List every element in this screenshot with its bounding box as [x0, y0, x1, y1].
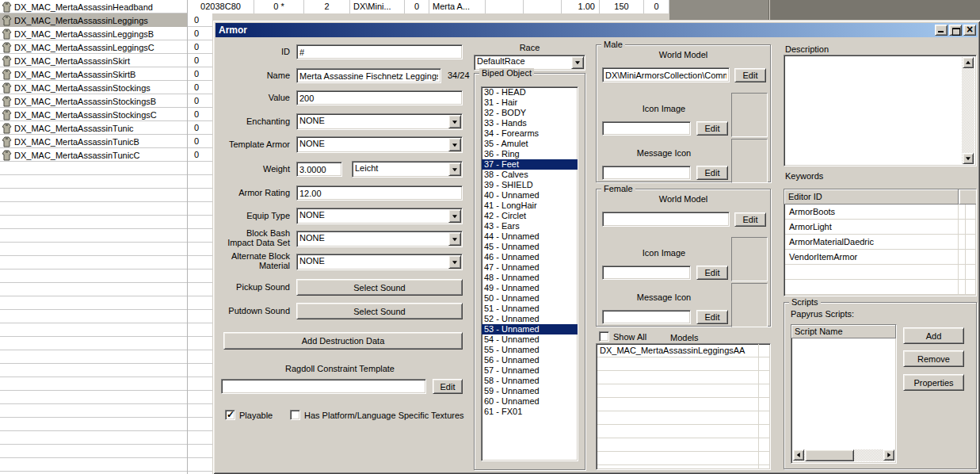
female-message-icon-edit-button[interactable]: Edit [696, 310, 728, 324]
dialog-titlebar[interactable]: Armor [215, 23, 978, 37]
object-row[interactable]: DX_MAC_MertaAssassinLeggingsC [0, 40, 187, 54]
platform-textures-checkbox[interactable]: Has Platform/Language Specific Textures [290, 410, 464, 420]
chevron-down-icon[interactable] [448, 232, 461, 246]
enchanting-combobox[interactable]: NONE [296, 113, 463, 130]
add-script-button[interactable]: Add [903, 327, 964, 344]
scrollbar-thumb[interactable] [805, 449, 854, 461]
biped-object-item[interactable]: 60 - Unnamed [482, 396, 578, 407]
biped-object-item[interactable]: 36 - Ring [482, 149, 578, 159]
chevron-down-icon[interactable] [448, 138, 461, 151]
scripts-list-header[interactable]: Script Name [791, 325, 896, 338]
female-icon-image-input[interactable] [602, 266, 691, 280]
biped-object-item[interactable]: 48 - Unnamed [482, 273, 578, 283]
biped-object-item[interactable]: 55 - Unnamed [482, 345, 578, 355]
scroll-left-icon[interactable] [793, 449, 804, 461]
keyword-item[interactable]: ArmorMaterialDaedric [784, 235, 976, 250]
table-row-values[interactable]: 02038C80 0 * 2 DX\Mini... 0 Merta A... 1… [188, 0, 669, 13]
keyword-item[interactable]: ArmorLight [784, 220, 976, 235]
biped-object-item[interactable]: 58 - Unnamed [482, 376, 578, 386]
weight-input[interactable] [296, 162, 342, 177]
biped-object-item[interactable]: 37 - Feet [482, 159, 578, 170]
chevron-down-icon[interactable] [448, 209, 461, 223]
biped-object-item[interactable]: 35 - Amulet [482, 139, 578, 149]
biped-object-item[interactable]: 44 - Unnamed [482, 231, 578, 242]
biped-object-listbox[interactable]: 30 - HEAD 31 - Hair 32 - BODY 33 - Hands… [481, 86, 578, 461]
properties-script-button[interactable]: Properties [903, 374, 964, 391]
scroll-down-icon[interactable] [963, 153, 974, 164]
scripts-horizontal-scrollbar[interactable] [793, 449, 894, 461]
equip-type-combobox[interactable]: NONE [296, 208, 463, 224]
object-row[interactable]: DX_MAC_MertaAssassinHeadband [0, 0, 187, 13]
male-icon-image-input[interactable] [602, 121, 691, 136]
object-row[interactable]: DX_MAC_MertaAssassinTunicC [0, 148, 187, 162]
object-row[interactable]: DX_MAC_MertaAssassinLeggingsB [0, 27, 187, 40]
id-input[interactable] [296, 44, 463, 59]
biped-object-item[interactable]: 50 - Unnamed [482, 293, 578, 304]
male-icon-image-edit-button[interactable]: Edit [696, 121, 728, 136]
biped-object-item[interactable]: 49 - Unnamed [482, 283, 578, 293]
biped-object-item[interactable]: 61 - FX01 [482, 407, 578, 417]
biped-object-item[interactable]: 39 - SHIELD [482, 180, 578, 190]
scripts-list[interactable]: Script Name [791, 324, 897, 464]
armor-rating-input[interactable] [296, 185, 463, 201]
biped-object-item[interactable]: 38 - Calves [482, 170, 578, 180]
biped-object-item[interactable]: 57 - Unnamed [482, 365, 578, 376]
male-world-model-input[interactable] [602, 67, 730, 82]
ragdoll-template-input[interactable] [221, 379, 426, 394]
biped-object-item[interactable]: 47 - Unnamed [482, 262, 578, 273]
description-textarea[interactable] [784, 55, 977, 166]
keyword-item[interactable]: ArmorBoots [784, 205, 976, 220]
name-input[interactable] [296, 68, 441, 83]
template-armor-combobox[interactable]: NONE [296, 136, 463, 153]
playable-checkbox[interactable]: Playable [225, 410, 273, 420]
male-message-icon-input[interactable] [602, 166, 691, 180]
biped-object-item[interactable]: 40 - Unnamed [482, 190, 578, 201]
alternate-block-combobox[interactable]: NONE [296, 254, 463, 270]
biped-object-item[interactable]: 54 - Unnamed [482, 334, 578, 345]
pickup-sound-button[interactable]: Select Sound [296, 279, 463, 296]
biped-object-item[interactable]: 42 - Circlet [482, 211, 578, 221]
object-row[interactable]: DX_MAC_MertaAssassinLeggings [0, 13, 187, 27]
models-list[interactable]: DX_MAC_MertaAssassinLeggingsAA [596, 343, 771, 470]
biped-object-item[interactable]: 53 - Unnamed [482, 324, 578, 334]
biped-object-item[interactable]: 45 - Unnamed [482, 242, 578, 252]
biped-object-item[interactable]: 56 - Unnamed [482, 355, 578, 365]
biped-object-item[interactable]: 34 - Forearms [482, 128, 578, 139]
putdown-sound-button[interactable]: Select Sound [296, 303, 463, 319]
biped-object-item[interactable]: 41 - LongHair [482, 201, 578, 211]
chevron-down-icon[interactable] [448, 115, 461, 128]
female-icon-image-edit-button[interactable]: Edit [696, 266, 728, 280]
model-item[interactable]: DX_MAC_MertaAssassinLeggingsAA [597, 344, 770, 357]
chevron-down-icon[interactable] [571, 56, 584, 69]
block-bash-combobox[interactable]: NONE [296, 231, 463, 247]
object-row[interactable]: DX_MAC_MertaAssassinSkirtB [0, 67, 187, 81]
object-row[interactable]: DX_MAC_MertaAssassinTunic [0, 121, 187, 135]
biped-object-item[interactable]: 52 - Unnamed [482, 314, 578, 324]
keywords-header[interactable]: Editor ID [784, 189, 959, 205]
show-all-checkbox[interactable]: Show All [599, 331, 646, 342]
biped-object-item[interactable]: 51 - Unnamed [482, 304, 578, 314]
object-row[interactable]: DX_MAC_MertaAssassinStockingsC [0, 108, 187, 121]
chevron-down-icon[interactable] [448, 255, 461, 269]
object-row[interactable]: DX_MAC_MertaAssassinStockingsB [0, 94, 187, 108]
object-row[interactable]: DX_MAC_MertaAssassinTunicB [0, 135, 187, 148]
value-input[interactable] [296, 90, 463, 105]
add-destruction-data-button[interactable]: Add Destruction Data [223, 332, 463, 350]
biped-object-item[interactable]: 59 - Unnamed [482, 386, 578, 396]
female-world-model-edit-button[interactable]: Edit [734, 212, 766, 227]
chevron-down-icon[interactable] [448, 162, 461, 176]
male-message-icon-edit-button[interactable]: Edit [696, 166, 728, 180]
remove-script-button[interactable]: Remove [903, 350, 964, 367]
biped-object-item[interactable]: 30 - HEAD [482, 87, 578, 97]
weight-class-combobox[interactable]: Leicht [352, 161, 463, 178]
biped-object-item[interactable]: 32 - BODY [482, 108, 578, 118]
biped-object-item[interactable]: 43 - Ears [482, 221, 578, 231]
female-world-model-input[interactable] [602, 212, 730, 227]
biped-object-item[interactable]: 31 - Hair [482, 97, 578, 108]
biped-object-item[interactable]: 33 - Hands [482, 118, 578, 128]
close-icon[interactable] [963, 25, 976, 36]
female-message-icon-input[interactable] [602, 310, 691, 324]
description-scrollbar[interactable] [962, 57, 974, 164]
male-world-model-edit-button[interactable]: Edit [734, 68, 766, 82]
scroll-up-icon[interactable] [963, 57, 974, 68]
